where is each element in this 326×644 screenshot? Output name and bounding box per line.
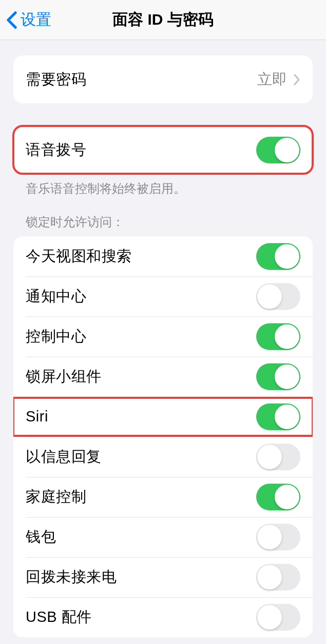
lock-access-row: 通知中心 [13,277,313,317]
lock-access-item-toggle[interactable] [256,243,300,270]
voice-dial-footer: 音乐语音控制将始终被启用。 [13,174,313,197]
lock-access-footer: iPhone 锁定超过一小时后，需先解锁 iPhone 才能允许 USB 配件连… [13,637,313,644]
lock-access-group: 今天视图和搜索通知中心控制中心锁屏小组件Siri以信息回复家庭控制钱包回拨未接来… [13,236,313,637]
row-right: 立即 [257,69,300,90]
toggle-knob [257,525,282,549]
lock-access-row: 锁屏小组件 [13,357,313,397]
chevron-right-icon [293,73,300,86]
lock-access-item-toggle[interactable] [256,283,300,310]
require-passcode-row[interactable]: 需要密码 立即 [13,56,313,103]
lock-access-row: 钱包 [13,517,313,557]
toggle-knob [257,284,282,309]
voice-dial-toggle[interactable] [256,137,300,163]
lock-access-row: USB 配件 [13,597,313,637]
lock-access-item-label: 以信息回复 [26,447,102,467]
toggle-knob [257,565,282,590]
toggle-knob [275,485,299,509]
lock-access-row: 以信息回复 [13,437,313,477]
lock-access-header: 锁定时允许访问： [13,214,313,236]
toggle-knob [275,244,299,269]
lock-access-item-label: 控制中心 [26,326,86,347]
chevron-left-icon [6,11,17,29]
lock-access-row: 控制中心 [13,317,313,357]
voice-dial-label: 语音拨号 [26,140,86,160]
lock-access-item-label: 家庭控制 [26,487,86,507]
lock-access-item-toggle[interactable] [256,604,300,631]
lock-access-row: 今天视图和搜索 [13,236,313,277]
back-button[interactable]: 设置 [0,9,51,30]
lock-access-item-toggle[interactable] [256,323,300,350]
lock-access-item-toggle[interactable] [256,444,300,470]
require-passcode-label: 需要密码 [26,69,86,90]
back-label: 设置 [21,9,51,30]
lock-access-item-label: 钱包 [26,527,56,547]
toggle-knob [275,404,299,429]
voice-dial-row: 语音拨号 [13,126,313,174]
lock-access-item-label: Siri [26,408,48,425]
lock-access-item-label: 通知中心 [26,286,86,307]
lock-access-row: 家庭控制 [13,477,313,517]
toggle-knob [257,605,282,630]
lock-access-item-toggle[interactable] [256,484,300,510]
lock-access-row: 回拨未接来电 [13,557,313,597]
lock-access-item-toggle[interactable] [256,564,300,591]
lock-access-item-label: 回拨未接来电 [26,567,117,587]
toggle-knob [275,324,299,349]
toggle-knob [257,445,282,469]
voice-dial-group: 语音拨号 [13,126,313,174]
navigation-bar: 设置 面容 ID 与密码 [0,0,326,40]
lock-access-item-toggle[interactable] [256,524,300,550]
require-passcode-group: 需要密码 立即 [13,56,313,103]
lock-access-row: Siri [13,397,313,437]
lock-access-item-label: 今天视图和搜索 [26,246,132,267]
toggle-knob [275,138,299,162]
lock-access-item-toggle[interactable] [256,403,300,430]
lock-access-item-toggle[interactable] [256,363,300,390]
toggle-knob [275,364,299,389]
lock-access-item-label: USB 配件 [26,607,92,628]
lock-access-item-label: 锁屏小组件 [26,366,102,387]
require-passcode-value: 立即 [257,69,287,90]
